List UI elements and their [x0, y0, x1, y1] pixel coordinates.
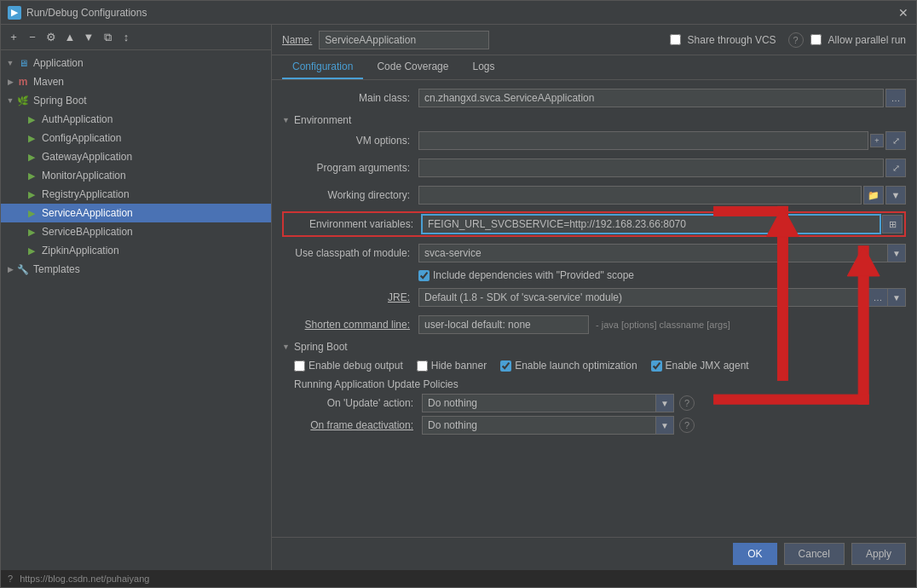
shorten-cmd-wrapper: user-local default: none - java [options… — [418, 315, 906, 334]
hide-banner-label: Hide banner — [417, 360, 487, 372]
enable-debug-checkbox[interactable] — [294, 360, 305, 372]
sort-button[interactable]: ↕ — [118, 30, 134, 45]
tree-label-templates: Templates — [33, 263, 80, 275]
name-input[interactable] — [319, 31, 489, 49]
tree-label-zipkinapp: ZipkinApplication — [42, 245, 119, 257]
hide-banner-checkbox[interactable] — [417, 360, 428, 372]
jre-dropdown[interactable]: Default (1.8 - SDK of 'svca-service' mod… — [418, 288, 866, 307]
share-vcs-label: Share through VCS — [688, 34, 776, 46]
main-class-label: Main class: — [282, 92, 418, 104]
working-dir-label: Working directory: — [282, 189, 418, 201]
apply-button[interactable]: Apply — [851, 543, 906, 565]
springboot-section-header: ▼ Spring Boot — [282, 341, 906, 353]
env-vars-input[interactable] — [422, 215, 880, 233]
on-frame-help-icon[interactable]: ? — [679, 418, 695, 433]
springboot-section-arrow[interactable]: ▼ — [282, 343, 294, 351]
tree-label-registryapp: RegistryApplication — [42, 188, 130, 200]
ok-button[interactable]: OK — [733, 543, 776, 565]
program-args-label: Program arguments: — [282, 162, 418, 174]
tree-item-application[interactable]: ▼ 🖥 Application — [1, 54, 271, 72]
env-vars-label: Environment variables: — [285, 218, 422, 230]
on-frame-dropdown-arrow[interactable]: ▼ — [655, 416, 674, 435]
tree-item-maven[interactable]: ▶ m Maven — [1, 72, 271, 91]
tree-label-springboot: Spring Boot — [33, 95, 87, 107]
classpath-dropdown-arrow[interactable]: ▼ — [887, 244, 906, 262]
vm-options-expand-btn[interactable]: + — [870, 134, 884, 147]
on-frame-dropdown[interactable]: Do nothing Update classes and resources … — [422, 416, 656, 435]
expand-arrow-application: ▼ — [4, 57, 16, 69]
status-url: https://blog.csdn.net/puhaiyang — [20, 574, 149, 584]
enable-debug-text: Enable debug output — [309, 360, 403, 372]
program-args-input-wrapper: ⤢ — [418, 159, 906, 177]
classpath-dropdown[interactable]: svca-service — [418, 244, 888, 262]
tree-item-gatewayapp[interactable]: ▶ GatewayApplication — [1, 147, 271, 166]
classpath-dropdown-wrapper: svca-service ▼ — [418, 244, 906, 262]
shorten-cmd-row: Shorten command line: user-local default… — [282, 314, 906, 336]
move-down-button[interactable]: ▼ — [81, 30, 96, 45]
on-update-row: On 'Update' action: Do nothing Update cl… — [294, 394, 906, 412]
shorten-cmd-dropdown[interactable]: user-local default: none — [418, 315, 589, 334]
working-dir-input[interactable] — [418, 186, 862, 205]
vm-options-row: VM options: + ⤢ — [282, 130, 906, 152]
remove-button[interactable]: − — [25, 30, 40, 45]
vm-options-input[interactable] — [418, 131, 868, 150]
share-help-icon[interactable]: ? — [788, 32, 804, 48]
tree-item-servicebapp[interactable]: ▶ ServiceBApplication — [1, 222, 271, 241]
enable-launch-opt-checkbox[interactable] — [500, 360, 511, 372]
main-class-browse-btn[interactable]: … — [885, 89, 906, 107]
tree-label-application: Application — [33, 57, 84, 69]
add-button[interactable]: + — [6, 30, 21, 45]
jre-dropdown-arrow[interactable]: ▼ — [887, 288, 906, 307]
name-label: Name: — [282, 34, 312, 46]
jre-dropdown-wrapper: Default (1.8 - SDK of 'svca-service' mod… — [418, 288, 906, 307]
allow-parallel-checkbox[interactable] — [810, 34, 822, 45]
tree-label-gatewayapp: GatewayApplication — [42, 151, 132, 163]
allow-parallel-label: Allow parallel run — [828, 34, 906, 46]
tree-item-serviceaapp[interactable]: ▶ ServiceAApplication — [1, 204, 271, 222]
share-section: Share through VCS ? Allow parallel run — [670, 32, 906, 48]
run-icon-monitor: ▶ — [25, 169, 38, 182]
close-button[interactable]: ✕ — [897, 7, 909, 19]
name-row: Name: Share through VCS ? Allow parallel… — [272, 25, 916, 55]
tree-item-springboot[interactable]: ▼ 🌿 Spring Boot — [1, 91, 271, 110]
status-help-icon[interactable]: ? — [8, 574, 13, 584]
env-section-arrow[interactable]: ▼ — [282, 116, 294, 124]
config-tree: ▼ 🖥 Application ▶ m Maven ▼ 🌿 Spring Boo… — [1, 50, 271, 570]
settings-button[interactable]: ⚙ — [43, 30, 59, 45]
on-update-dropdown[interactable]: Do nothing Update classes and resources … — [422, 394, 656, 412]
env-vars-edit-btn[interactable]: ⊞ — [882, 215, 903, 233]
working-dir-dropdown-btn[interactable]: ▼ — [885, 186, 906, 205]
tree-item-configapp[interactable]: ▶ ConfigApplication — [1, 129, 271, 147]
main-class-input[interactable] — [418, 89, 884, 107]
tree-item-registryapp[interactable]: ▶ RegistryApplication — [1, 185, 271, 204]
tab-logs[interactable]: Logs — [462, 55, 505, 79]
enable-jmx-checkbox[interactable] — [651, 360, 662, 372]
bottom-bar: OK Cancel Apply — [272, 537, 916, 570]
enable-jmx-label: Enable JMX agent — [651, 360, 749, 372]
tree-item-authapp[interactable]: ▶ AuthApplication — [1, 110, 271, 129]
working-dir-folder-btn[interactable]: 📁 — [863, 186, 884, 205]
on-update-dropdown-arrow[interactable]: ▼ — [655, 394, 674, 412]
main-content: + − ⚙ ▲ ▼ ⧉ ↕ ▼ 🖥 Application ▶ m — [1, 25, 916, 570]
tab-bar: Configuration Code Coverage Logs — [272, 55, 916, 80]
run-icon-serviceb: ▶ — [25, 225, 38, 239]
environment-section-header: ▼ Environment — [282, 114, 906, 126]
copy-button[interactable]: ⧉ — [100, 30, 115, 45]
tab-code-coverage[interactable]: Code Coverage — [366, 55, 458, 79]
cancel-button[interactable]: Cancel — [784, 543, 845, 565]
on-update-help-icon[interactable]: ? — [679, 395, 695, 411]
share-vcs-checkbox[interactable] — [670, 34, 681, 45]
vm-options-expand2-btn[interactable]: ⤢ — [885, 131, 906, 150]
program-args-expand-btn[interactable]: ⤢ — [885, 159, 906, 177]
tree-item-monitorapp[interactable]: ▶ MonitorApplication — [1, 166, 271, 185]
tab-configuration[interactable]: Configuration — [282, 55, 363, 79]
include-deps-checkbox[interactable] — [418, 270, 430, 281]
jre-browse-btn[interactable]: … — [868, 288, 888, 307]
program-args-input[interactable] — [418, 159, 884, 177]
run-icon-config: ▶ — [25, 131, 38, 145]
move-up-button[interactable]: ▲ — [62, 30, 78, 45]
tree-item-templates[interactable]: ▶ 🔧 Templates — [1, 260, 271, 279]
tree-item-zipkinapp[interactable]: ▶ ZipkinApplication — [1, 241, 271, 260]
main-class-input-wrapper: … — [418, 89, 906, 107]
jre-label: JRE: — [282, 291, 418, 303]
